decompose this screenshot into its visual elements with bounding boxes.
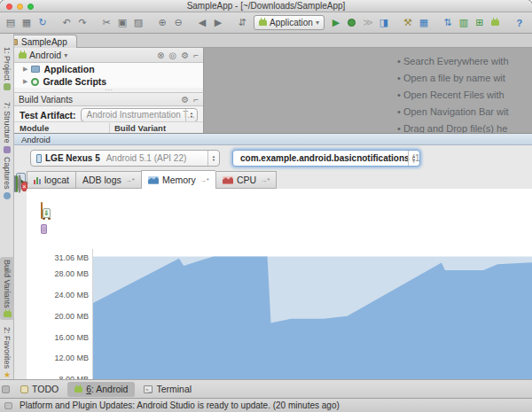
device-name: LGE Nexus 5 [45, 153, 100, 163]
redo-icon[interactable]: ↷ [75, 16, 90, 30]
gradle-icon [31, 78, 39, 86]
help-icon[interactable]: ? [512, 16, 527, 30]
chevron-down-icon: ▾ [316, 19, 319, 27]
terminal-icon: >_ [144, 385, 153, 393]
sync-refresh-icon[interactable]: ↻ [35, 16, 50, 30]
todo-icon [20, 385, 28, 393]
hide-panel-icon[interactable]: ⌐ [193, 95, 199, 105]
project-structure-icon[interactable]: ▦ [417, 16, 431, 30]
tab-memory[interactable]: Memory →* [141, 170, 215, 189]
editor-tab-label: SampleApp [21, 37, 67, 47]
allocation-tracker-icon[interactable]: ◌ [41, 224, 47, 234]
build-variants-title: Build Variants [19, 95, 73, 105]
process-select[interactable]: com.example.android.basicnotifications (… [232, 150, 420, 167]
editor-empty-area: Search Everywhere with Open a file by na… [204, 48, 532, 133]
scroll-to-end-icon[interactable]: →* [200, 176, 209, 184]
gear-icon[interactable]: ⚙ [181, 95, 189, 105]
save-icon[interactable]: ▦ [20, 16, 34, 30]
navigate-forward-icon[interactable]: ▶ [211, 16, 225, 30]
monitor-tabs: logcat ADB logs →* Memory →* CPU →* [27, 170, 277, 189]
copy-icon[interactable]: ▣ [115, 16, 129, 30]
attach-debugger-icon[interactable]: ◨ [377, 16, 391, 30]
toggle-strip-icon[interactable] [4, 402, 12, 409]
column-build-variant[interactable]: Build Variant [109, 123, 203, 133]
y-tick-label: 16.00 MB [54, 333, 89, 342]
build-variants-panel: Build Variants ⚙ ⌐ Test Artifact: Androi… [14, 92, 204, 133]
tip-line: Open Recent Files with [397, 87, 509, 104]
test-artifact-select[interactable]: Android Instrumentation T... ▲▼ [81, 108, 198, 122]
tab-cpu[interactable]: CPU →* [215, 171, 277, 189]
tip-line: Search Everywhere with [397, 53, 509, 70]
tree-item-application[interactable]: ▶ Application [14, 63, 203, 75]
captures-icon [4, 192, 11, 199]
main-toolbar: ▤ ▦ ↻ ↶ ↷ ✂ ▣ ▨ ⊕ ⊖ ◀ ▶ ⇵ Application ▾ … [0, 12, 532, 34]
coverage-icon[interactable]: ≫ [361, 16, 375, 30]
status-message[interactable]: Platform and Plugin Updates: Android Stu… [20, 400, 340, 410]
cut-icon[interactable]: ✂ [99, 16, 113, 30]
tab-android-monitor[interactable]: 6: Android [67, 382, 135, 397]
sidebar-item-project[interactable]: 1: Project [0, 44, 14, 93]
cpu-chart-icon [223, 176, 233, 184]
debug-icon[interactable] [345, 16, 359, 30]
paste-icon[interactable]: ▨ [131, 16, 145, 30]
hide-panel-icon[interactable]: ⌐ [193, 51, 199, 60]
tab-terminal[interactable]: >_ Terminal [137, 382, 199, 397]
undo-icon[interactable]: ↶ [59, 16, 74, 30]
locate-file-icon[interactable]: ◎ [168, 51, 176, 60]
phone-icon [36, 154, 42, 163]
column-module[interactable]: Module [14, 123, 109, 133]
sidebar-item-build-variants[interactable]: Build Variants [0, 257, 14, 320]
find-icon[interactable]: ⊕ [155, 16, 169, 30]
scroll-to-end-icon[interactable]: →* [125, 176, 135, 184]
open-icon[interactable]: ▤ [4, 16, 18, 30]
toggle-toolbars-icon[interactable] [2, 385, 10, 393]
android-studio-window: SampleApp - [~/Downloads/SampleApp] ▤ ▦ … [0, 0, 532, 412]
tab-adb-logs[interactable]: ADB logs →* [75, 171, 141, 189]
disclosure-icon[interactable]: ▶ [23, 78, 27, 85]
memory-toolbar: ⇓ ◌ [41, 203, 55, 235]
y-tick-label: 20.00 MB [54, 312, 89, 321]
android-icon [259, 19, 267, 26]
sidebar-item-captures[interactable]: Captures [0, 154, 14, 202]
tab-logcat[interactable]: logcat [27, 171, 75, 189]
tools-icon[interactable]: ⚒ [401, 16, 415, 30]
sdk-manager-icon[interactable]: ⊞ [473, 16, 487, 30]
avd-manager-icon[interactable] [489, 16, 503, 30]
build-variants-table-header: Module Build Variant [14, 121, 203, 133]
run-configuration-select[interactable]: Application ▾ [254, 15, 325, 30]
monitor-side-toolbar: × [14, 176, 27, 192]
scroll-to-end-icon[interactable]: →* [260, 176, 270, 184]
bottom-tool-bar: TODO 6: Android >_ Terminal [0, 379, 532, 398]
memory-chart-icon [148, 176, 159, 184]
y-tick-label: 28.00 MB [54, 269, 89, 278]
run-icon[interactable]: ▶ [329, 16, 343, 30]
monitor-toolbar: LGE Nexus 5 Android 5.1 (API 22) ▲▼ com.… [14, 146, 532, 170]
android-icon [74, 386, 82, 393]
editor-tab-bar: SampleApp [0, 34, 532, 48]
compile-icon[interactable]: ⇵ [235, 16, 249, 30]
replace-icon[interactable]: ⊖ [171, 16, 185, 30]
monitor-title: Android [14, 134, 532, 145]
gear-icon[interactable]: ⚙ [181, 51, 189, 60]
project-view-selector[interactable]: Android [29, 50, 61, 60]
y-tick-label: 12.00 MB [54, 354, 89, 362]
status-bar: Platform and Plugin Updates: Android Stu… [0, 398, 532, 412]
gradle-sync-icon[interactable]: ⇅ [441, 16, 455, 30]
disclosure-icon[interactable]: ▶ [23, 66, 27, 73]
device-select[interactable]: LGE Nexus 5 Android 5.1 (API 22) ▲▼ [30, 150, 220, 167]
tab-todo[interactable]: TODO [13, 382, 66, 397]
stepper-icon: ▲▼ [408, 151, 419, 166]
star-icon: ★ [4, 371, 11, 378]
process-name: com.example.android.basicnotifications [240, 153, 410, 163]
editor-tab-sampleapp[interactable]: SampleApp [4, 35, 77, 48]
collapse-all-icon[interactable]: ⊗ [157, 51, 164, 60]
android-monitor-icon[interactable]: ▥ [457, 16, 471, 30]
navigate-back-icon[interactable]: ◀ [195, 16, 209, 30]
sidebar-item-structure[interactable]: 7: Structure [0, 99, 14, 156]
chevron-down-icon[interactable]: ▾ [64, 51, 67, 59]
dump-java-heap-icon[interactable]: ⇓ [43, 208, 51, 218]
sidebar-item-favorites[interactable]: 2: Favorites ★ [0, 324, 14, 381]
logcat-icon [34, 176, 41, 184]
test-artifact-label: Test Artifact: [20, 110, 76, 120]
project-panel-header: Android ▾ ⊗ ◎ ⚙ ⌐ [14, 48, 203, 63]
